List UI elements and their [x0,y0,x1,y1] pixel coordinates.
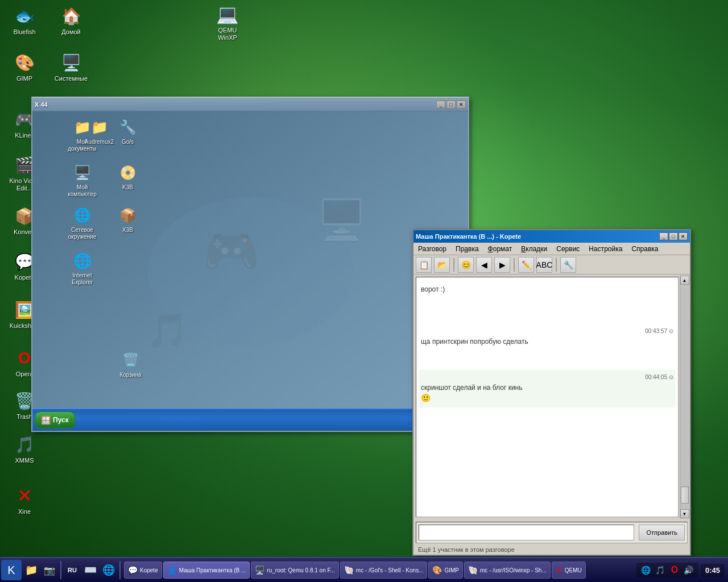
menu-format[interactable]: Формат [486,244,515,254]
winxp-icon-ie[interactable]: 🌐 InternetExplorer [64,251,101,286]
system-label: Системные [55,75,88,82]
taskbar-network-icon[interactable]: 🌐 [100,562,117,579]
kopete-maximize-button[interactable]: □ [669,232,678,240]
winxp-icon-x3b[interactable]: 📦 X3B [109,205,146,234]
menu-servis[interactable]: Сервис [554,244,582,254]
masha-app-icon: 👤 [167,566,177,575]
kopete-scroll-thumb[interactable] [681,487,689,504]
systray-network-icon[interactable]: 🌐 [640,564,652,576]
mc-gols-label: mc - /Gol's - Shell - Kons... [356,567,424,573]
taskbar-file-manager-icon[interactable]: 📁 [23,562,40,579]
toolbar-open-button[interactable]: 📂 [434,257,450,273]
winxp-start-button[interactable]: 🪟 Пуск [35,411,75,429]
toolbar-config-button[interactable]: 🔧 [560,257,576,273]
gimp-icon: 🎨 [13,51,36,74]
mydocs-label: Мойдокументы [68,139,97,152]
desktop-icon-gimp[interactable]: 🎨 GIMP [5,51,44,82]
gimp-app-label: GIMP [444,567,459,573]
menu-razgovor[interactable]: Разговор [416,244,449,254]
xmms-icon: 🎵 [13,433,36,456]
winxp-icon-mycomputer[interactable]: 🖥️ Мойкомпьютер [64,163,101,198]
taskbar-lang-icon[interactable]: RU [64,562,81,579]
menu-vkladki[interactable]: Вкладки [519,244,549,254]
taskbar-masha-btn[interactable]: 👤 Маша Практикантка (В ... [163,562,250,579]
taskbar-kopete-btn[interactable]: 💬 Kopete [124,562,162,579]
qemu-window: X 44 _ □ ✕ 🎮 🎵 🖥️ 📁 Audremux2 📁 Мойдокум… [31,97,469,432]
kopete-menubar: Разговор Правка Формат Вкладки Сервис На… [413,243,690,255]
taskbar-systray: 🌐 🎵 O 🔊 [636,563,698,577]
taskbar-right: 🌐 🎵 O 🔊 0:45 [636,563,727,577]
desktop-icon-qemu[interactable]: 💻 QEMUWinXP [208,3,247,41]
gimp-label: GIMP [16,75,32,82]
winxp-icon-recycle[interactable]: 🗑️ Корзина [112,350,149,379]
desktop-icon-xmms[interactable]: 🎵 XMMS [5,433,44,464]
chat-input-field[interactable] [419,525,634,541]
toolbar-smiley-button[interactable]: 😊 [458,257,474,273]
qemu-close-button[interactable]: ✕ [457,101,466,109]
taskbar-qemu-console-btn[interactable]: 🖥️ ru_root: Qemu 0.8.1 on F... [251,562,339,579]
qemu-minimize-button[interactable]: _ [436,101,445,109]
toolbar-back-button[interactable]: ◀ [476,257,492,273]
kde-menu-icon[interactable]: K [1,560,22,580]
desktop-icon-system[interactable]: 🖥️ Системные [51,51,91,82]
mc-winxp-label: mc - /usr/ISO/winxp - Sh... [480,567,547,573]
winxp-icon-network[interactable]: 🌐 Сетевоеокружение [64,205,101,240]
network-icon: 🌐 [72,205,93,226]
trash-label: Trash [16,413,32,421]
kopete-body: ворот :) 00:43:57 ⊙ ща принтскрин попроб… [413,275,690,554]
kopete-minimize-button[interactable]: _ [659,232,668,240]
systray-xmms-icon[interactable]: 🎵 [654,564,667,576]
qemu-titlebar: X 44 _ □ ✕ [32,98,468,111]
winxp-taskbar: 🪟 Пуск RU 0:45 [32,408,468,431]
taskbar-divider-2 [119,561,121,579]
kde-logo: K [7,564,15,577]
chat-input-area: Отправить Ещё 1 участник в этом разговор… [413,519,690,554]
chat-messages[interactable]: ворот :) 00:43:57 ⊙ ща принтскрин попроб… [416,277,679,517]
menu-spravka[interactable]: Справка [629,244,660,254]
home-label: Домой [61,28,81,36]
chat-messages-wrapper: ворот :) 00:43:57 ⊙ ща принтскрин попроб… [415,276,689,518]
gos-label: Go/s [122,139,134,146]
desktop-icon-bluefish[interactable]: 🐟 Bluefish [5,5,44,36]
message-2: 00:43:57 ⊙ ща принтскрин попробую сделат… [419,324,676,350]
kopete-close-button[interactable]: ✕ [679,232,688,240]
mycomputer-icon: 🖥️ [72,163,93,183]
kopete-scroll-down[interactable]: ▼ [680,509,689,518]
menu-pravka[interactable]: Правка [453,244,481,254]
system-icon: 🖥️ [60,51,82,74]
kopete-scroll-track[interactable] [680,285,689,509]
taskbar-mc-winxp-btn[interactable]: 🐚 mc - /usr/ISO/winxp - Sh... [464,562,551,579]
menu-nastroika[interactable]: Настройка [586,244,624,254]
winxp-icon-k3b[interactable]: 📀 K3B [109,163,146,191]
taskbar-divider-1 [60,561,61,579]
taskbar-screenshot-icon[interactable]: 📷 [41,562,58,579]
qemu-maximize-button[interactable]: □ [446,101,456,109]
recycle-icon: 🗑️ [121,350,141,371]
recycle-label: Корзина [119,372,141,379]
message-1: ворот :) [419,281,676,298]
kopete-window-controls: _ □ ✕ [659,232,688,240]
winxp-icon-gos[interactable]: 🔧 Go/s [109,117,146,146]
taskbar-gimp-btn[interactable]: 🎨 GIMP [428,562,463,579]
kopete-scroll-up[interactable]: ▲ [680,276,689,285]
toolbar-edit-button[interactable]: ✏️ [518,257,534,273]
kopete-vscrollbar[interactable]: ▲ ▼ [680,276,689,518]
taskbar-qemu-btn[interactable]: ✕ QEMU [552,562,586,579]
kopete-window: Маша Практикантка (В ...) - Kopete _ □ ✕… [412,229,691,556]
winxp-icon-mydocs[interactable]: 📁 Мойдокументы [64,117,101,152]
toolbar-forward-button[interactable]: ▶ [494,257,510,273]
send-button[interactable]: Отправить [639,525,685,541]
qemu-label: QEMUWinXP [218,27,237,41]
taskbar-keyboard-icon[interactable]: ⌨️ [82,562,99,579]
desktop-icon-home[interactable]: 🏠 Домой [51,5,91,36]
systray-opera-icon[interactable]: O [668,564,681,576]
toolbar-spellcheck-button[interactable]: ABC [536,257,552,273]
desktop-icon-xine[interactable]: ✕ Xine [5,484,44,516]
taskbar-left: K 📁 📷 RU ⌨️ 🌐 [1,560,122,580]
taskbar-mc-gols-btn[interactable]: 🐚 mc - /Gol's - Shell - Kons... [340,562,428,579]
bluefish-label: Bluefish [13,28,35,36]
kopete-toolbar: 📋 📂 😊 ◀ ▶ ✏️ ABC 🔧 [413,255,690,275]
systray-volume-icon[interactable]: 🔊 [682,564,695,576]
toolbar-new-button[interactable]: 📋 [416,257,432,273]
qemu-btn-icon: ✕ [556,566,562,575]
